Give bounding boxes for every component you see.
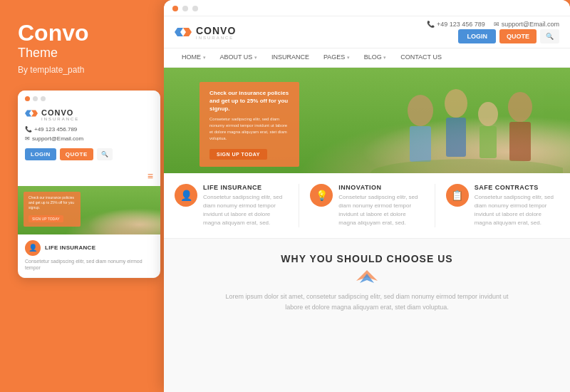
hero-family-illustration bbox=[363, 68, 563, 173]
mobile-dots bbox=[25, 96, 153, 101]
mobile-feature-icon: 👤 bbox=[25, 240, 41, 256]
desktop-nav-menu: HOME ▾ ABOUT US ▾ INSURANCE PAGES ▾ BLOG… bbox=[164, 48, 570, 68]
phone-icon: 📞 bbox=[427, 21, 435, 28]
nav-contact[interactable]: CONTACT US bbox=[393, 48, 449, 67]
mobile-header: CONVO INSURANCE 📞 +49 123 456.789 ✉ supp… bbox=[18, 91, 160, 167]
feature-contracts-content: SAFE CONTRACTS Consetetur sadipscing eli… bbox=[475, 184, 559, 227]
svg-rect-7 bbox=[446, 118, 466, 157]
feature-divider-2 bbox=[435, 184, 435, 227]
brand-author: By template_path bbox=[18, 65, 150, 75]
svg-point-6 bbox=[445, 89, 467, 118]
mobile-search-button[interactable]: 🔍 bbox=[97, 148, 113, 160]
feature-contracts-icon: 📋 bbox=[446, 184, 469, 207]
feature-contracts-text: Consetetur sadipscing elitr, sed diam no… bbox=[475, 193, 559, 227]
feature-contracts-title: SAFE CONTRACTS bbox=[475, 184, 559, 191]
desktop-mockup: CONVO INSURANCE 📞 +49 123 456 789 ✉ supp… bbox=[164, 0, 570, 392]
desktop-right-nav: 📞 +49 123 456 789 ✉ support@Email.com LO… bbox=[427, 21, 559, 43]
browser-chrome bbox=[164, 0, 570, 16]
desktop-phone: 📞 +49 123 456 789 bbox=[427, 21, 485, 28]
why-title: WHY YOU SHOULD CHOOSE US bbox=[175, 253, 559, 264]
svg-marker-2 bbox=[175, 28, 183, 36]
desktop-hero-overlay: Check our insurance policies and get up … bbox=[200, 82, 299, 167]
mobile-feature-text: Consetetur sadipscing elitr, sed diam no… bbox=[25, 258, 153, 272]
mobile-mockup: CONVO INSURANCE 📞 +49 123 456.789 ✉ supp… bbox=[18, 91, 160, 278]
svg-rect-5 bbox=[410, 126, 431, 162]
desktop-email: ✉ support@Email.com bbox=[494, 21, 559, 28]
mobile-login-button[interactable]: LOGIN bbox=[25, 148, 56, 160]
desktop-hero-body: Consetetur sadipscing elitr, sed diam no… bbox=[209, 116, 289, 142]
svg-marker-1 bbox=[31, 110, 38, 117]
desktop-search-button[interactable]: 🔍 bbox=[540, 29, 559, 43]
feature-innovation: 💡 INNOVATION Consetetur sadipscing elitr… bbox=[310, 184, 423, 227]
svg-point-8 bbox=[478, 102, 498, 126]
feature-divider-1 bbox=[299, 184, 299, 227]
mobile-logo-sub: INSURANCE bbox=[41, 117, 79, 121]
mobile-hero-overlay: Check our insurance policies and get up … bbox=[24, 192, 81, 227]
svg-point-4 bbox=[408, 95, 433, 126]
feature-life-title: LIFE INSURANCE bbox=[203, 184, 288, 191]
browser-dot-2 bbox=[182, 6, 188, 11]
desktop-hero-cta[interactable]: SIGN UP TODAY bbox=[209, 149, 267, 160]
mobile-contact: 📞 +49 123 456.789 ✉ support@Email.com bbox=[25, 125, 153, 144]
mobile-feature-title: LIFE INSURANCE bbox=[45, 244, 95, 251]
nav-insurance[interactable]: INSURANCE bbox=[264, 48, 316, 67]
why-section: WHY YOU SHOULD CHOOSE US Lorem ipsum dol… bbox=[164, 239, 570, 392]
svg-point-12 bbox=[370, 159, 563, 173]
feature-life-icon: 👤 bbox=[175, 184, 197, 207]
desktop-logo-sub: INSURANCE bbox=[196, 36, 236, 40]
brand-subtitle: Theme bbox=[18, 46, 150, 61]
mobile-feature-icon-row: 👤 LIFE INSURANCE bbox=[25, 240, 153, 256]
mobile-feature-item: 👤 LIFE INSURANCE Consetetur sadipscing e… bbox=[18, 234, 160, 279]
desktop-login-button[interactable]: LOGIN bbox=[458, 29, 496, 43]
mobile-hero-cta[interactable]: SIGN UP TODAY bbox=[28, 215, 63, 222]
features-row: 👤 LIFE INSURANCE Consetetur sadipscing e… bbox=[164, 173, 570, 239]
mobile-logo-icon bbox=[25, 107, 38, 120]
nav-pages[interactable]: PAGES ▾ bbox=[316, 48, 357, 67]
nav-about[interactable]: ABOUT US ▾ bbox=[213, 48, 264, 67]
why-text: Lorem ipsum dolor sit amet, consetetur s… bbox=[217, 292, 517, 314]
desktop-contact-row: 📞 +49 123 456 789 ✉ support@Email.com bbox=[427, 21, 559, 28]
desktop-logo-text: CONVO bbox=[196, 25, 236, 36]
mobile-dot-1 bbox=[25, 96, 30, 101]
mobile-hamburger-icon[interactable]: ≡ bbox=[18, 167, 160, 186]
svg-rect-9 bbox=[480, 126, 497, 158]
why-icon bbox=[175, 270, 559, 284]
mobile-logo-text-block: CONVO INSURANCE bbox=[41, 105, 79, 121]
feature-life-insurance: 👤 LIFE INSURANCE Consetetur sadipscing e… bbox=[175, 184, 288, 227]
mobile-dot-3 bbox=[41, 96, 46, 101]
nav-home[interactable]: HOME ▾ bbox=[175, 48, 213, 67]
mobile-hero-title: Check our insurance policies and get up … bbox=[28, 195, 76, 210]
feature-innovation-icon: 💡 bbox=[310, 184, 333, 207]
mobile-phone: 📞 +49 123 456.789 bbox=[25, 125, 153, 135]
desktop-logo-row: CONVO INSURANCE bbox=[175, 24, 236, 41]
desktop-logo-icon bbox=[175, 24, 192, 41]
svg-marker-3 bbox=[183, 28, 192, 36]
svg-marker-0 bbox=[25, 110, 31, 117]
desktop-hero: Check our insurance policies and get up … bbox=[164, 68, 570, 173]
feature-life-content: LIFE INSURANCE Consetetur sadipscing eli… bbox=[203, 184, 288, 227]
desktop-quote-button[interactable]: QUOTE bbox=[499, 29, 537, 43]
desktop-logo-text-block: CONVO INSURANCE bbox=[196, 24, 236, 40]
left-panel: Convo Theme By template_path CONVO INSUR… bbox=[0, 0, 164, 392]
mobile-btn-row: LOGIN QUOTE 🔍 bbox=[25, 148, 153, 160]
mobile-hero-image: Check our insurance policies and get up … bbox=[18, 186, 160, 234]
desktop-hero-title: Check our insurance policies and get up … bbox=[209, 89, 289, 113]
mobile-dot-2 bbox=[33, 96, 38, 101]
browser-dot-1 bbox=[172, 6, 178, 11]
email-icon: ✉ bbox=[494, 21, 499, 28]
browser-dot-3 bbox=[192, 6, 198, 11]
feature-innovation-text: Consetetur sadipscing elitr, sed diam no… bbox=[338, 193, 423, 227]
svg-rect-11 bbox=[509, 122, 531, 161]
mobile-logo-row: CONVO INSURANCE bbox=[25, 105, 153, 121]
desktop-top-nav: CONVO INSURANCE 📞 +49 123 456 789 ✉ supp… bbox=[164, 16, 570, 48]
svg-point-10 bbox=[508, 92, 532, 122]
desktop-btn-row: LOGIN QUOTE 🔍 bbox=[458, 29, 559, 43]
feature-life-text: Consetetur sadipscing elitr, sed diam no… bbox=[203, 193, 288, 227]
feature-safe-contracts: 📋 SAFE CONTRACTS Consetetur sadipscing e… bbox=[446, 184, 559, 227]
nav-blog[interactable]: BLOG ▾ bbox=[357, 48, 394, 67]
mobile-quote-button[interactable]: QUOTE bbox=[60, 148, 93, 160]
mobile-logo-text: CONVO bbox=[41, 108, 73, 117]
brand-title: Convo bbox=[18, 21, 150, 44]
feature-innovation-content: INNOVATION Consetetur sadipscing elitr, … bbox=[338, 184, 423, 227]
feature-innovation-title: INNOVATION bbox=[338, 184, 423, 191]
